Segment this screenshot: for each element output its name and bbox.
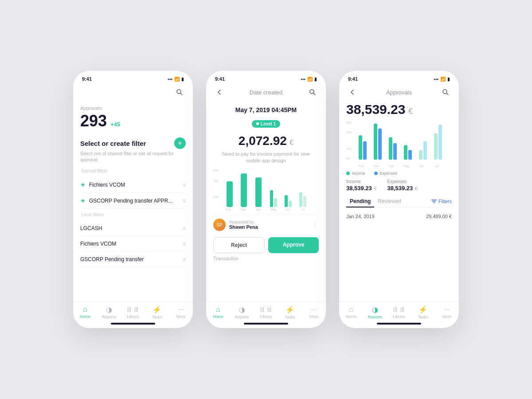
search-icon-3[interactable] — [439, 86, 452, 98]
nav-home-1[interactable]: ⌂ Home — [75, 305, 95, 319]
nav-header-3: Approvals — [339, 84, 459, 102]
wifi-icon-2: 📶 — [307, 77, 313, 82]
filter-name-gscorp: GSCORP Pending transfer APPR... — [89, 198, 173, 204]
nav-reports-1[interactable]: ◑ Reports — [99, 305, 119, 319]
filter-name-fichiers: Fichiers VCOM — [89, 182, 125, 188]
status-icons-2: ▪▪▪ 📶 ▮ — [301, 77, 317, 82]
back-icon-2[interactable] — [213, 86, 226, 98]
search-icon-2[interactable] — [306, 86, 319, 98]
more-options-button[interactable]: ⋮ — [312, 221, 319, 228]
filter-item-fichiers[interactable]: ★ Fichiers VCOM ≡ — [80, 177, 186, 193]
star-icon-1: ★ — [80, 181, 86, 188]
menu-icon-2[interactable]: ≡ — [183, 198, 186, 204]
tab-reviewed[interactable]: Reviewed — [374, 196, 405, 207]
nav-home-3[interactable]: ⌂ Home — [341, 305, 361, 319]
back-icon-3[interactable] — [346, 86, 359, 98]
signal-icon-3: ▪▪▪ — [434, 77, 438, 82]
income-expense-row: Income 38,539.23 € Expenses 38,539.23 € — [346, 179, 452, 192]
phone2-content: May 7, 2019 04:45PM Level 1 2,072.92 € N… — [206, 102, 326, 301]
svg-rect-32 — [389, 137, 392, 160]
battery-icon: ▮ — [181, 77, 184, 82]
nav-reports-2[interactable]: ◑ Reports — [232, 305, 252, 319]
phone-2: 9:41 ▪▪▪ 📶 ▮ Date created — [206, 71, 326, 328]
svg-rect-13 — [289, 201, 292, 207]
phone2-chart: 40K 30K 10K — [213, 168, 319, 212]
filter-item-gscorp2[interactable]: GSCORP Pending transfer ≡ — [80, 252, 186, 267]
home-indicator-2 — [244, 323, 288, 325]
legend-income: Income — [346, 171, 365, 176]
menu-icon-4[interactable]: ≡ — [183, 241, 186, 247]
amount-section: 2,072.92 € — [213, 134, 319, 148]
filters-label: Filters — [438, 199, 452, 204]
tx-date: Jan 24, 2019 — [346, 214, 375, 219]
svg-text:Apr: Apr — [256, 207, 261, 211]
filter-name-fichiers2: Fichiers VCOM — [80, 241, 116, 247]
filter-name-gscorp2: GSCORP Pending transfer — [80, 256, 144, 262]
svg-line-1 — [180, 93, 182, 95]
nav-more-2[interactable]: ··· More — [304, 305, 324, 319]
big-currency: € — [408, 107, 413, 116]
svg-rect-38 — [434, 133, 438, 160]
svg-rect-37 — [423, 141, 427, 160]
date-created-section: May 7, 2019 04:45PM — [213, 102, 319, 119]
reports-icon-2: ◑ — [239, 305, 245, 314]
svg-rect-14 — [299, 192, 302, 207]
filter-item-fichiers2[interactable]: Fichiers VCOM ≡ — [80, 236, 186, 252]
nav-library-1[interactable]: ⫼⫼ Library — [123, 305, 143, 319]
svg-text:10K: 10K — [213, 195, 219, 199]
income-item: Income 38,539.23 € — [346, 179, 376, 192]
nav-reports-3[interactable]: ◑ Reports — [365, 305, 385, 319]
approve-button[interactable]: Approve — [268, 237, 319, 253]
expenses-dot — [374, 172, 378, 175]
nav-more-1[interactable]: ··· More — [171, 305, 191, 319]
svg-text:0K: 0K — [346, 156, 350, 160]
requester-row: SP Requested by Shawn Pena ⋮ — [213, 215, 319, 235]
filter-item-gscorp[interactable]: ★ GSCORP Pending transfer APPR... ≡ — [80, 193, 186, 209]
svg-rect-7 — [227, 181, 233, 207]
add-filter-button[interactable]: + — [174, 137, 186, 149]
filter-item-lgcash[interactable]: LGCASH ≡ — [80, 221, 186, 236]
bottom-nav-2: ⌂ Home ◑ Reports ⫼⫼ Library ⚡ Tasks ··· … — [206, 301, 326, 321]
reject-button[interactable]: Reject — [213, 237, 265, 253]
income-value: 38,539.23 — [346, 185, 372, 192]
nav-tasks-1[interactable]: ⚡ Tasks — [147, 305, 167, 319]
income-label: Income — [346, 179, 376, 184]
tasks-icon-2: ⚡ — [286, 305, 294, 314]
action-buttons: Reject Approve — [213, 237, 319, 253]
nav-tasks-2[interactable]: ⚡ Tasks — [280, 305, 300, 319]
home-indicator-1 — [111, 323, 155, 325]
svg-rect-31 — [378, 129, 382, 160]
svg-rect-33 — [393, 143, 397, 160]
phone-3: 9:41 ▪▪▪ 📶 ▮ Approvals — [339, 71, 459, 328]
legend-expenses: Expenses — [374, 171, 398, 176]
menu-icon-1[interactable]: ≡ — [183, 182, 186, 188]
svg-text:Jun: Jun — [419, 164, 424, 168]
more-icon-2: ··· — [311, 305, 317, 313]
nav-title-3: Approvals — [386, 89, 412, 96]
nav-home-2[interactable]: ⌂ Home — [208, 305, 228, 319]
home-icon-2: ⌂ — [216, 305, 220, 313]
search-icon-1[interactable] — [173, 86, 186, 98]
menu-icon-3[interactable]: ≡ — [183, 225, 186, 231]
nav-header-2: Date created — [206, 84, 326, 102]
nav-library-2[interactable]: ⫼⫼ Library — [256, 305, 276, 319]
svg-text:Apr: Apr — [389, 164, 394, 168]
svg-rect-10 — [270, 190, 273, 207]
nav-tasks-3[interactable]: ⚡ Tasks — [413, 305, 433, 319]
nav-more-3[interactable]: ··· More — [437, 305, 457, 319]
tx-amount: 29,489.00 € — [426, 214, 452, 219]
svg-text:Mar: Mar — [374, 164, 379, 168]
requester-avatar: SP — [213, 219, 226, 231]
battery-icon-2: ▮ — [314, 77, 317, 82]
transaction-row: Jan 24, 2019 29,489.00 € — [346, 211, 452, 222]
tab-pending[interactable]: Pending — [346, 196, 374, 207]
menu-icon-5[interactable]: ≡ — [183, 256, 186, 262]
starred-label: Starred filters — [80, 168, 186, 173]
home-icon-1: ⌂ — [83, 305, 87, 313]
svg-text:Jul: Jul — [301, 207, 305, 211]
phone3-chart: 40K 30K 10K 0K — [346, 120, 452, 168]
filters-button[interactable]: Filters — [431, 199, 452, 204]
nav-library-3[interactable]: ⫼⫼ Library — [389, 305, 409, 319]
library-icon-2: ⫼⫼ — [259, 305, 273, 313]
expenses-currency: € — [415, 186, 418, 191]
